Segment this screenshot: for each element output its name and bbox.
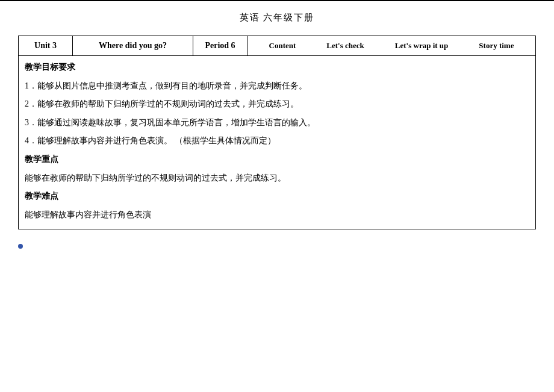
zhongdian-content-block: 能够在教师的帮助下归纳所学过的不规则动词的过去式，并完成练习。 [25,170,529,187]
page-header: 英语 六年级下册 [0,1,554,30]
nandian-content-block: 能够理解故事内容并进行角色表演 [25,207,529,223]
content-labels-row: Content Let's check Let's wrap it up Sto… [254,41,529,51]
item1-text: 1．能够从图片信息中推测考查点，做到有目的地听录音，并完成判断任务。 [25,81,307,90]
zhongdian-section: 教学重点 [25,152,529,168]
blue-dot-marker [18,244,23,249]
period-label: Period 6 [205,41,235,50]
content-header-cell: Content Let's check Let's wrap it up Sto… [247,36,536,56]
zhongdian-content-text: 能够在教师的帮助下归纳所学过的不规则动词的过去式，并完成练习。 [25,173,286,182]
nandian-section: 教学难点 [25,188,529,205]
item4-text: 4．能够理解故事内容并进行角色表演。 （根据学生具体情况而定） [25,136,276,145]
item4-block: 4．能够理解故事内容并进行角色表演。 （根据学生具体情况而定） [25,133,529,149]
nandian-title: 教学难点 [25,191,58,201]
item3-block: 3．能够通过阅读趣味故事，复习巩固本单元所学语言，增加学生语言的输入。 [25,115,529,131]
table-body-row: 教学目标要求 1．能够从图片信息中推测考查点，做到有目的地听录音，并完成判断任务… [19,56,536,229]
period-header-cell: Period 6 [193,36,247,56]
mubiao-title: 教学目标要求 [25,63,75,72]
item3-text: 3．能够通过阅读趣味故事，复习巩固本单元所学语言，增加学生语言的输入。 [25,118,316,127]
item2-block: 2．能够在教师的帮助下归纳所学过的不规则动词的过去式，并完成练习。 [25,96,529,113]
main-content-cell: 教学目标要求 1．能够从图片信息中推测考查点，做到有目的地听录音，并完成判断任务… [19,56,536,229]
unit-label: Unit 3 [34,41,57,50]
header-title: 英语 六年级下册 [240,13,315,22]
content-label: Content [269,41,296,51]
lets-wrap-label: Let's wrap it up [395,41,448,51]
where-header-cell: Where did you go? [73,36,193,56]
lets-check-label: Let's check [326,41,364,51]
where-label: Where did you go? [99,41,167,50]
page-container: 英语 六年级下册 Unit 3 Where did you go? Period… [0,0,554,392]
story-time-label: Story time [479,41,514,51]
unit-header-cell: Unit 3 [19,36,73,56]
table-section: Unit 3 Where did you go? Period 6 Conten… [0,30,554,235]
table-header-row: Unit 3 Where did you go? Period 6 Conten… [19,36,536,56]
nandian-content-text: 能够理解故事内容并进行角色表演 [25,210,151,219]
zhongdian-title: 教学重点 [25,155,58,164]
item2-text: 2．能够在教师的帮助下归纳所学过的不规则动词的过去式，并完成练习。 [25,99,299,108]
dot-row [0,235,554,257]
lesson-table: Unit 3 Where did you go? Period 6 Conten… [18,36,536,229]
mubiao-section: 教学目标要求 [25,60,529,76]
item1-block: 1．能够从图片信息中推测考查点，做到有目的地听录音，并完成判断任务。 [25,78,529,95]
